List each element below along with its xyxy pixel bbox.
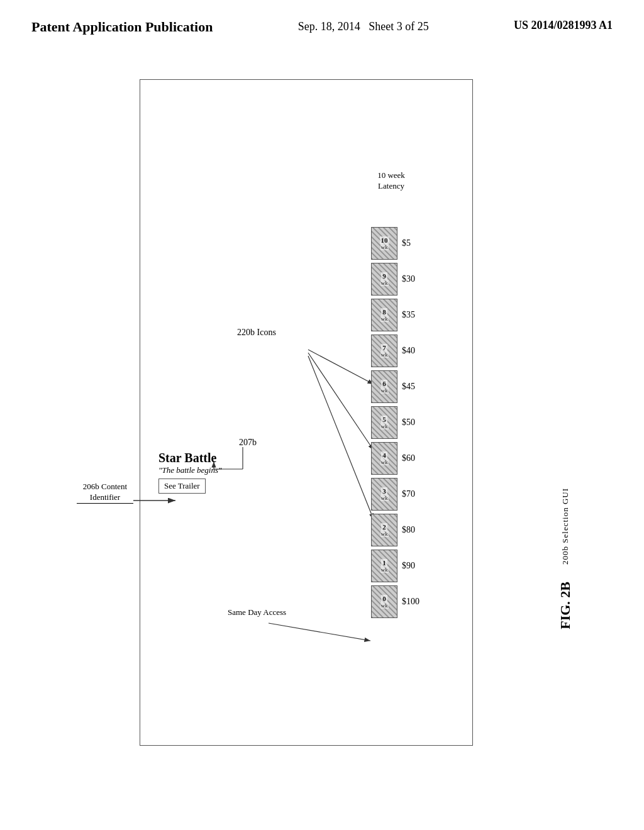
week-price-0: $100 [402,597,425,607]
week-item-6[interactable]: 6wk$45 [371,370,425,403]
star-battle-content-box: Star Battle "The battle begins" See Trai… [158,450,256,494]
week-price-5: $50 [402,418,425,428]
week-sub-0: wk [380,602,389,609]
week-price-4: $60 [402,453,425,463]
week-number-0: 0 [381,595,387,602]
week-number-5: 5 [381,416,387,423]
label-206b-content-identifier: 206b Content Identifier [77,482,133,504]
week-item-2[interactable]: 2wk$80 [371,514,425,546]
week-box-0[interactable]: 0wk [371,585,397,618]
week-item-5[interactable]: 5wk$50 [371,406,425,439]
trailer-button[interactable]: See Trailer [158,479,206,494]
week-item-9[interactable]: 9wk$30 [371,263,425,296]
week-sub-7: wk [380,351,389,358]
week-sub-4: wk [380,459,389,465]
week-box-9[interactable]: 9wk [371,263,397,296]
label-207b: 207b [239,438,257,448]
week-box-2[interactable]: 2wk [371,514,397,546]
star-battle-title: Star Battle [158,450,256,465]
week-number-9: 9 [381,272,387,280]
week-sub-2: wk [380,531,389,537]
week-item-0[interactable]: 0wk$100 [371,585,425,618]
fig-label: FIG. 2B [557,582,574,629]
week-box-10[interactable]: 10wk [371,227,397,260]
week-price-3: $70 [402,489,425,499]
week-box-6[interactable]: 6wk [371,370,397,403]
week-box-7[interactable]: 7wk [371,335,397,367]
star-battle-subtitle: "The battle begins" [158,465,256,475]
week-number-2: 2 [381,523,387,531]
label-same-day-access: Same Day Access [228,607,286,618]
week-sub-3: wk [380,495,389,501]
week-price-2: $80 [402,525,425,535]
week-boxes-column: 10wk$59wk$308wk$357wk$406wk$455wk$504wk$… [371,227,425,621]
week-box-5[interactable]: 5wk [371,406,397,439]
week-sub-10: wk [380,244,389,250]
week-box-1[interactable]: 1wk [371,550,397,582]
week-number-8: 8 [381,308,387,316]
week-number-3: 3 [381,487,387,495]
week-price-6: $45 [402,382,425,392]
week-item-7[interactable]: 7wk$40 [371,335,425,367]
week-item-8[interactable]: 8wk$35 [371,299,425,331]
week-price-9: $30 [402,274,425,284]
week-box-4[interactable]: 4wk [371,442,397,475]
week-number-4: 4 [381,451,387,459]
week-item-10[interactable]: 10wk$5 [371,227,425,260]
week-price-1: $90 [402,561,425,571]
week-box-3[interactable]: 3wk [371,478,397,511]
sheet-info: Sep. 18, 2014 Sheet 3 of 25 [298,19,429,35]
label-10week-latency: 10 week Latency [366,170,416,192]
page-header: Patent Application Publication Sep. 18, … [0,0,644,42]
week-sub-8: wk [380,316,389,322]
label-220b-icons: 220b Icons [237,328,276,338]
selection-gui-label: 200b Selection GUI [560,488,570,565]
week-sub-6: wk [380,387,389,394]
week-box-8[interactable]: 8wk [371,299,397,331]
week-number-7: 7 [381,344,387,351]
week-price-10: $5 [402,238,425,248]
week-sub-1: wk [380,567,389,573]
week-item-1[interactable]: 1wk$90 [371,550,425,582]
week-sub-5: wk [380,423,389,429]
week-number-1: 1 [381,559,387,567]
patent-number: US 2014/0281993 A1 [514,19,613,32]
week-sub-9: wk [380,280,389,286]
week-price-8: $35 [402,310,425,320]
publication-title: Patent Application Publication [31,19,213,35]
diagram-area: 206b Content Identifier Star Battle "The… [77,67,567,777]
week-item-3[interactable]: 3wk$70 [371,478,425,511]
right-side-labels: 200b Selection GUI FIG. 2B [557,488,574,629]
week-item-4[interactable]: 4wk$60 [371,442,425,475]
week-price-7: $40 [402,346,425,356]
week-number-6: 6 [381,380,387,387]
week-number-10: 10 [380,236,389,244]
